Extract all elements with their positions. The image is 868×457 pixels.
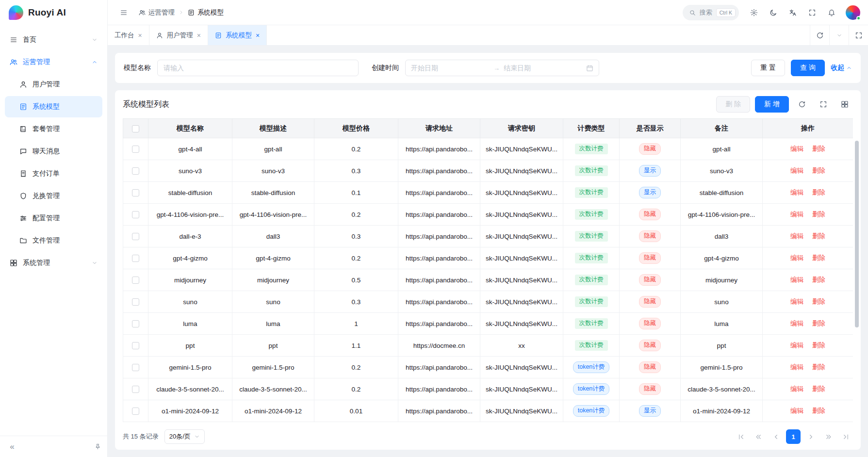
row-checkbox[interactable]	[132, 211, 139, 218]
row-checkbox[interactable]	[132, 320, 139, 327]
row-delete-link[interactable]: 删除	[812, 211, 825, 218]
row-delete-link[interactable]: 删除	[812, 342, 825, 349]
query-button[interactable]: 查 询	[791, 60, 825, 76]
sidebar-item-payment-orders[interactable]: 支付订单	[5, 163, 102, 184]
tab-options-button[interactable]	[829, 25, 849, 45]
row-checkbox[interactable]	[132, 146, 139, 153]
tab-workbench[interactable]: 工作台 ×	[108, 25, 149, 45]
breadcrumb-item-system-models[interactable]: 系统模型	[188, 8, 224, 17]
create-time-range-picker[interactable]: →	[405, 60, 599, 76]
row-delete-link[interactable]: 删除	[812, 298, 825, 305]
start-date-input[interactable]	[411, 64, 490, 72]
table-row[interactable]: midjourney midjourney 0.5 https://api.pa…	[123, 269, 853, 291]
first-page-button[interactable]	[734, 429, 748, 444]
global-search[interactable]: 搜索 Ctrl K	[683, 5, 739, 20]
logo[interactable]: Ruoyi AI	[0, 0, 107, 25]
row-checkbox[interactable]	[132, 255, 139, 262]
row-delete-link[interactable]: 删除	[812, 320, 825, 327]
sidebar-item-package-management[interactable]: 套餐管理	[5, 118, 102, 140]
row-delete-link[interactable]: 删除	[812, 167, 825, 174]
sidebar-item-user-management[interactable]: 用户管理	[5, 74, 102, 95]
table-row[interactable]: gpt-4-all gpt-all 0.2 https://api.pandar…	[123, 138, 853, 160]
row-checkbox[interactable]	[132, 342, 139, 349]
row-checkbox[interactable]	[132, 277, 139, 284]
table-fullscreen-button[interactable]	[815, 96, 832, 113]
row-delete-link[interactable]: 删除	[812, 254, 825, 261]
notifications-button[interactable]	[823, 4, 840, 21]
last-page-button[interactable]	[838, 429, 853, 444]
row-delete-link[interactable]: 删除	[812, 145, 825, 152]
pin-icon[interactable]	[94, 443, 101, 450]
collapse-sidebar-button[interactable]: «	[6, 441, 18, 453]
end-date-input[interactable]	[504, 64, 582, 72]
row-edit-link[interactable]: 编辑	[790, 298, 803, 305]
row-edit-link[interactable]: 编辑	[790, 145, 803, 152]
row-delete-link[interactable]: 删除	[812, 385, 825, 392]
collapse-filters-link[interactable]: 收起	[831, 64, 852, 72]
toggle-sidebar-button[interactable]	[115, 4, 132, 21]
tab-system-models[interactable]: 系统模型 ×	[208, 25, 267, 45]
row-edit-link[interactable]: 编辑	[790, 320, 803, 327]
sidebar-item-chat-messages[interactable]: 聊天消息	[5, 141, 102, 162]
fullscreen-button[interactable]	[804, 4, 820, 21]
row-checkbox[interactable]	[132, 167, 139, 175]
row-checkbox[interactable]	[132, 189, 139, 196]
table-row[interactable]: ppt ppt 1.1 https://docmee.cn xx 次数计费 隐藏…	[123, 335, 853, 357]
content-fullscreen-button[interactable]	[849, 25, 868, 45]
sidebar-item-exchange-management[interactable]: 兑换管理	[5, 185, 102, 207]
row-checkbox[interactable]	[132, 408, 139, 415]
breadcrumb-item-operations[interactable]: 运营管理	[139, 8, 175, 17]
row-edit-link[interactable]: 编辑	[790, 232, 803, 240]
batch-delete-button[interactable]: 删 除	[716, 96, 750, 113]
column-settings-button[interactable]	[836, 96, 853, 113]
jump-forward-button[interactable]	[821, 429, 835, 444]
sidebar-item-operations[interactable]: 运营管理	[5, 51, 102, 73]
sidebar-item-file-management[interactable]: 文件管理	[5, 230, 102, 251]
page-number-button[interactable]: 1	[786, 429, 801, 444]
sidebar-item-config-management[interactable]: 配置管理	[5, 208, 102, 229]
row-checkbox[interactable]	[132, 386, 139, 393]
table-row[interactable]: suno-v3 suno-v3 0.3 https://api.pandarob…	[123, 160, 853, 182]
page-size-select[interactable]: 20条/页	[164, 429, 205, 444]
model-name-input[interactable]	[157, 60, 359, 76]
table-row[interactable]: luma luma 1 https://api.pandarobo... sk-…	[123, 313, 853, 335]
row-edit-link[interactable]: 编辑	[790, 167, 803, 174]
row-edit-link[interactable]: 编辑	[790, 385, 803, 392]
row-delete-link[interactable]: 删除	[812, 276, 825, 283]
table-row[interactable]: claude-3-5-sonnet-20... claude-3-5-sonne…	[123, 378, 853, 400]
table-refresh-button[interactable]	[794, 96, 810, 113]
row-edit-link[interactable]: 编辑	[790, 407, 803, 414]
table-row[interactable]: gemini-1.5-pro gemini-1.5-pro 0.2 https:…	[123, 357, 853, 378]
table-row[interactable]: suno suno 0.3 https://api.pandarobo... s…	[123, 291, 853, 313]
jump-back-button[interactable]	[751, 429, 766, 444]
row-edit-link[interactable]: 编辑	[790, 363, 803, 371]
row-delete-link[interactable]: 删除	[812, 189, 825, 196]
row-edit-link[interactable]: 编辑	[790, 254, 803, 261]
row-checkbox[interactable]	[132, 298, 139, 306]
settings-button[interactable]	[746, 4, 762, 21]
row-checkbox[interactable]	[132, 364, 139, 371]
row-edit-link[interactable]: 编辑	[790, 189, 803, 196]
table-row[interactable]: stable-diffusion stable-diffusion 0.1 ht…	[123, 182, 853, 204]
table-scrollbar[interactable]	[855, 141, 859, 327]
row-checkbox[interactable]	[132, 233, 139, 240]
table-row[interactable]: gpt-4-gizmo gpt-4-gizmo 0.2 https://api.…	[123, 247, 853, 269]
dark-mode-button[interactable]	[765, 4, 782, 21]
sidebar-item-home[interactable]: 首页	[5, 29, 102, 50]
add-button[interactable]: 新 增	[755, 96, 789, 113]
close-icon[interactable]: ×	[256, 32, 260, 39]
sidebar-item-system-management[interactable]: 系统管理	[5, 252, 102, 274]
row-delete-link[interactable]: 删除	[812, 363, 825, 371]
language-button[interactable]	[785, 4, 801, 21]
table-row[interactable]: dall-e-3 dall3 0.3 https://api.pandarobo…	[123, 226, 853, 247]
sidebar-item-system-models[interactable]: 系统模型	[5, 96, 102, 117]
next-page-button[interactable]	[803, 429, 818, 444]
row-edit-link[interactable]: 编辑	[790, 342, 803, 349]
row-delete-link[interactable]: 删除	[812, 232, 825, 240]
table-row[interactable]: o1-mini-2024-09-12 o1-mini-2024-09-12 0.…	[123, 400, 853, 422]
reset-button[interactable]: 重 置	[751, 60, 785, 76]
close-icon[interactable]: ×	[138, 32, 142, 39]
tab-user-management[interactable]: 用户管理 ×	[149, 25, 208, 45]
row-edit-link[interactable]: 编辑	[790, 276, 803, 283]
user-menu[interactable]	[846, 5, 860, 20]
